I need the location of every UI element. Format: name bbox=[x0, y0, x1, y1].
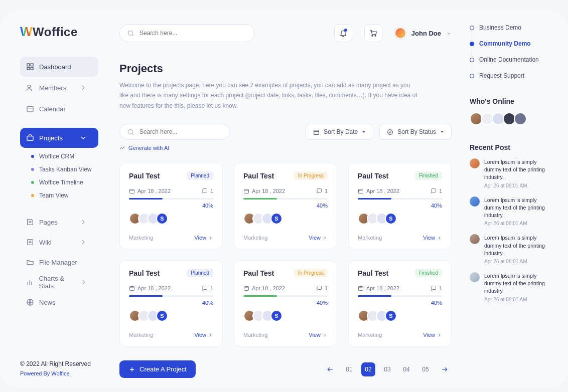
svg-rect-28 bbox=[130, 189, 134, 193]
nav-dashboard[interactable]: Dashboard bbox=[20, 57, 98, 77]
member-more[interactable]: S bbox=[385, 213, 397, 225]
online-avatar[interactable] bbox=[514, 112, 527, 125]
svg-point-17 bbox=[128, 31, 133, 35]
nav-file-manager[interactable]: File Manager bbox=[20, 252, 98, 272]
sort-by-date-button[interactable]: Sort By Date bbox=[306, 124, 373, 140]
pager-prev[interactable] bbox=[323, 362, 337, 376]
project-comments: 1 bbox=[316, 188, 328, 194]
nav-pages[interactable]: Pages bbox=[20, 212, 98, 232]
quick-link[interactable]: Online Documentation bbox=[472, 56, 554, 63]
ai-icon bbox=[119, 145, 125, 151]
member-more[interactable]: S bbox=[156, 213, 168, 225]
chevron-right-icon bbox=[79, 84, 87, 92]
quick-link[interactable]: Business Demo bbox=[472, 24, 554, 31]
profile-menu[interactable]: John Doe bbox=[394, 27, 452, 39]
recent-post-item[interactable]: Lorem Ipsum is simply dummy text of the … bbox=[470, 158, 554, 188]
nav-members[interactable]: Members bbox=[20, 78, 98, 98]
user-avatar bbox=[394, 27, 406, 39]
chevron-right-icon bbox=[79, 238, 87, 246]
nav-charts-stats[interactable]: Charts & Stats bbox=[20, 272, 98, 292]
nav-news[interactable]: News bbox=[20, 292, 98, 312]
svg-rect-0 bbox=[27, 64, 30, 66]
pager-next[interactable] bbox=[438, 362, 452, 376]
view-link[interactable]: View bbox=[423, 332, 442, 338]
project-card[interactable]: Paul Test Planned Apr 18 , 2022 1 40% S … bbox=[119, 260, 223, 346]
recent-post-item[interactable]: Lorem Ipsum is simply dummy text of the … bbox=[470, 234, 554, 264]
projects-search-input[interactable] bbox=[139, 128, 222, 135]
recent-post-item[interactable]: Lorem Ipsum is simply dummy text of the … bbox=[470, 197, 554, 227]
status-badge: In Progress bbox=[294, 269, 328, 277]
project-card[interactable]: Paul Test In Progress Apr 18 , 2022 1 40… bbox=[234, 163, 337, 249]
project-card[interactable]: Paul Test Finished Apr 18 , 2022 1 40% S… bbox=[348, 163, 452, 249]
progress-bar bbox=[358, 198, 442, 200]
generate-ai-link[interactable]: Generate with AI bbox=[119, 145, 230, 151]
projects-subitem[interactable]: Tasks Kanban View bbox=[31, 166, 98, 173]
cart-button[interactable] bbox=[364, 24, 382, 42]
project-card[interactable]: Paul Test In Progress Apr 18 , 2022 1 40… bbox=[234, 260, 337, 346]
status-icon bbox=[387, 129, 393, 135]
subitem-label: Tasks Kanban View bbox=[39, 166, 92, 173]
view-link[interactable]: View bbox=[423, 235, 442, 241]
project-avatars: S bbox=[358, 310, 442, 322]
notifications-button[interactable] bbox=[334, 24, 352, 42]
svg-line-22 bbox=[132, 133, 133, 135]
comment-icon bbox=[316, 285, 322, 291]
project-card[interactable]: Paul Test Finished Apr 18 , 2022 1 40% S… bbox=[348, 260, 452, 346]
member-more[interactable]: S bbox=[270, 310, 282, 322]
project-title: Paul Test bbox=[243, 172, 274, 180]
progress-value: 40% bbox=[243, 300, 328, 306]
project-date: Apr 18 , 2022 bbox=[129, 188, 171, 194]
pager-page[interactable]: 03 bbox=[380, 362, 394, 376]
quick-links: Business DemoCommunity DemoOnline Docume… bbox=[472, 24, 554, 79]
post-time: Apr 26 at 08:01 AM bbox=[484, 297, 554, 302]
progress-bar bbox=[243, 198, 328, 200]
quick-link[interactable]: Community Demo bbox=[472, 40, 554, 47]
post-thumbnail bbox=[470, 197, 480, 207]
view-link[interactable]: View bbox=[194, 235, 213, 241]
briefcase-icon bbox=[26, 134, 34, 142]
nav-projects[interactable]: Projects bbox=[20, 128, 98, 148]
progress-value: 40% bbox=[358, 300, 442, 306]
users-icon bbox=[26, 84, 34, 92]
powered-by-link[interactable]: Powered By Woffice bbox=[20, 369, 98, 378]
view-link[interactable]: View bbox=[309, 332, 328, 338]
nav-calendar[interactable]: Calendar bbox=[20, 99, 98, 119]
pager-page[interactable]: 01 bbox=[342, 362, 356, 376]
global-search[interactable] bbox=[119, 24, 255, 42]
pager-page[interactable]: 05 bbox=[418, 362, 433, 376]
search-icon bbox=[127, 30, 134, 37]
quick-link[interactable]: Request Support bbox=[472, 72, 554, 79]
calendar-icon bbox=[129, 188, 135, 194]
nav-calendar-label: Calendar bbox=[39, 105, 66, 113]
projects-subitem[interactable]: Woffice CRM bbox=[31, 153, 98, 160]
pager-page[interactable]: 04 bbox=[399, 362, 413, 376]
whos-online-heading: Who's Online bbox=[470, 97, 554, 105]
projects-subitem[interactable]: Woffice Timeline bbox=[31, 179, 98, 186]
svg-rect-30 bbox=[244, 189, 249, 193]
recent-post-item[interactable]: Lorem Ipsum is simply dummy text of the … bbox=[470, 272, 554, 302]
project-date: Apr 18 , 2022 bbox=[243, 285, 285, 291]
chevron-down-icon bbox=[79, 134, 87, 142]
subitem-label: Team View bbox=[39, 192, 68, 199]
projects-subitem[interactable]: Team View bbox=[31, 192, 98, 199]
svg-line-18 bbox=[132, 35, 133, 36]
create-project-button[interactable]: Create A Project bbox=[119, 360, 196, 378]
nav-label: Wiki bbox=[39, 239, 52, 246]
sort-by-status-button[interactable]: Sort By Status bbox=[379, 124, 452, 140]
project-title: Paul Test bbox=[243, 269, 274, 277]
member-more[interactable]: S bbox=[385, 310, 397, 322]
global-search-input[interactable] bbox=[139, 30, 247, 37]
project-card[interactable]: Paul Test Planned Apr 18 , 2022 1 40% S … bbox=[119, 163, 223, 249]
projects-search[interactable] bbox=[119, 124, 230, 140]
project-title: Paul Test bbox=[358, 172, 388, 180]
member-more[interactable]: S bbox=[270, 213, 282, 225]
view-link[interactable]: View bbox=[194, 332, 213, 338]
nav-wiki[interactable]: Wiki bbox=[20, 232, 98, 252]
post-text: Lorem Ipsum is simply dummy text of the … bbox=[484, 197, 554, 220]
nav-icon bbox=[26, 238, 34, 246]
progress-bar bbox=[358, 295, 442, 297]
project-date: Apr 18 , 2022 bbox=[358, 188, 399, 194]
member-more[interactable]: S bbox=[156, 310, 168, 322]
view-link[interactable]: View bbox=[309, 235, 328, 241]
pager-page[interactable]: 02 bbox=[361, 362, 375, 376]
